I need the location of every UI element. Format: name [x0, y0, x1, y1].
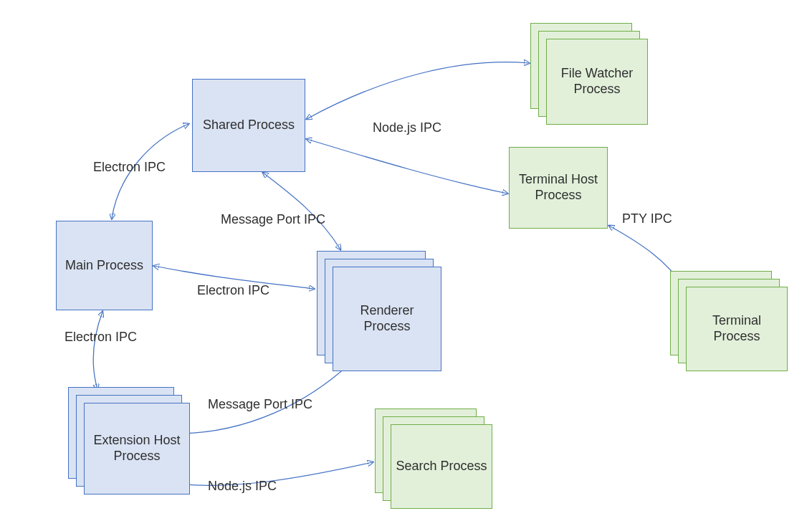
shared-process-label: Shared Process	[199, 118, 299, 133]
label-electron-ipc-main-shared: Electron IPC	[93, 160, 166, 175]
extension-host-process-label: Extension Host Process	[85, 433, 189, 464]
terminal-host-process-label: Terminal Host Process	[510, 172, 607, 203]
node-main-process: Main Process	[56, 221, 153, 310]
label-electron-ipc-main-exthost: Electron IPC	[65, 330, 137, 345]
node-shared-process: Shared Process	[192, 79, 305, 172]
file-watcher-process-label: File Watcher Process	[547, 66, 647, 97]
main-process-label: Main Process	[61, 258, 148, 274]
label-nodejs-ipc-shared-filewatcher: Node.js IPC	[373, 120, 441, 135]
renderer-process-label: Renderer Process	[333, 303, 441, 334]
label-nodejs-ipc-exthost-search: Node.js IPC	[208, 479, 277, 494]
label-message-port-ipc-renderer-exthost: Message Port IPC	[208, 397, 312, 412]
label-electron-ipc-main-renderer: Electron IPC	[197, 283, 269, 298]
label-pty-ipc: PTY IPC	[622, 211, 672, 226]
search-process-label: Search Process	[391, 459, 491, 474]
label-message-port-ipc-shared-renderer: Message Port IPC	[221, 212, 325, 227]
node-terminal-host-process: Terminal Host Process	[509, 147, 608, 229]
terminal-process-label: Terminal Process	[687, 313, 787, 344]
